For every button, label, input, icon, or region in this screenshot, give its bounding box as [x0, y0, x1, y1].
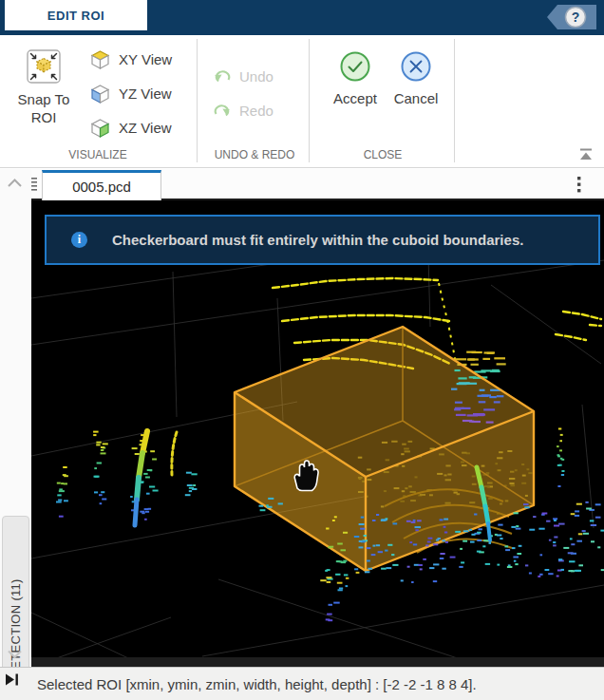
- redo-button[interactable]: Redo: [213, 100, 300, 121]
- snap-to-roi-label: Snap To ROI: [8, 90, 80, 126]
- selected-roi-status-text: Selected ROI [xmin, ymin, zmin, width, h…: [37, 676, 477, 692]
- toolbar-divider: [309, 39, 310, 162]
- redo-label: Redo: [239, 103, 274, 119]
- undo-icon: [213, 67, 232, 85]
- left-panel-strip: DATA FOR DETECTION (11): [0, 169, 31, 700]
- snap-to-roi-button[interactable]: Snap To ROI: [8, 47, 80, 153]
- toolbar-divider: [454, 39, 455, 162]
- snap-to-roi-icon: [27, 49, 61, 84]
- help-button[interactable]: ?: [547, 4, 596, 30]
- tab-edit-roi[interactable]: EDIT ROI: [5, 0, 147, 30]
- scene-bottom-strip: [31, 657, 604, 667]
- question-mark-icon: ?: [572, 9, 580, 25]
- undo-button[interactable]: Undo: [213, 66, 300, 86]
- xy-view-label: XY View: [119, 51, 172, 67]
- redo-icon: [213, 102, 232, 119]
- xy-view-button[interactable]: XY View: [90, 47, 189, 70]
- xz-view-cube-icon: [90, 118, 110, 138]
- accept-check-icon: [339, 50, 371, 83]
- document-tab-bar: 0005.pcd: [31, 169, 604, 200]
- accept-button[interactable]: Accept: [329, 50, 382, 106]
- xy-view-cube-icon: [90, 49, 110, 69]
- yz-view-cube-icon: [90, 84, 110, 104]
- point-cloud-viewport[interactable]: i Checkerboard must fit entirely within …: [31, 200, 604, 667]
- section-close: CLOSE: [323, 148, 443, 161]
- panel-chevron-down-icon[interactable]: [7, 646, 23, 663]
- xz-view-label: XZ View: [119, 120, 172, 136]
- document-tab-0005pcd[interactable]: 0005.pcd: [42, 170, 161, 200]
- collapse-arrow-icon: [577, 148, 595, 161]
- undo-label: Undo: [239, 68, 274, 85]
- status-bar: Selected ROI [xmin, ymin, zmin, width, h…: [31, 667, 604, 700]
- info-banner-text: Checkerboard must fit entirely within th…: [112, 232, 523, 248]
- tab-options-kebab-icon[interactable]: [577, 177, 581, 197]
- section-visualize: VISUALIZE: [28, 148, 167, 161]
- section-undo-redo: UNDO & REDO: [202, 148, 307, 161]
- cancel-x-icon: [400, 50, 432, 83]
- cancel-label: Cancel: [389, 90, 443, 106]
- panel-chevron-up-icon[interactable]: [7, 175, 23, 192]
- toolstrip: Snap To ROI XY View YZ View XZ View VISU…: [0, 35, 604, 168]
- info-banner: i Checkerboard must fit entirely within …: [45, 215, 600, 265]
- collapse-toolstrip-button[interactable]: [577, 148, 596, 162]
- xz-view-button[interactable]: XZ View: [90, 116, 189, 139]
- accept-label: Accept: [329, 90, 382, 106]
- point-cloud-canvas: [31, 200, 604, 667]
- yz-view-button[interactable]: YZ View: [90, 82, 189, 104]
- toolbar-divider: [197, 39, 198, 162]
- expand-panel-button[interactable]: [6, 672, 21, 690]
- cancel-button[interactable]: Cancel: [389, 50, 443, 106]
- toolstrip-header: EDIT ROI ?: [0, 0, 604, 35]
- yz-view-label: YZ View: [119, 85, 172, 102]
- play-to-bar-icon: [6, 673, 21, 686]
- info-icon: i: [71, 232, 87, 248]
